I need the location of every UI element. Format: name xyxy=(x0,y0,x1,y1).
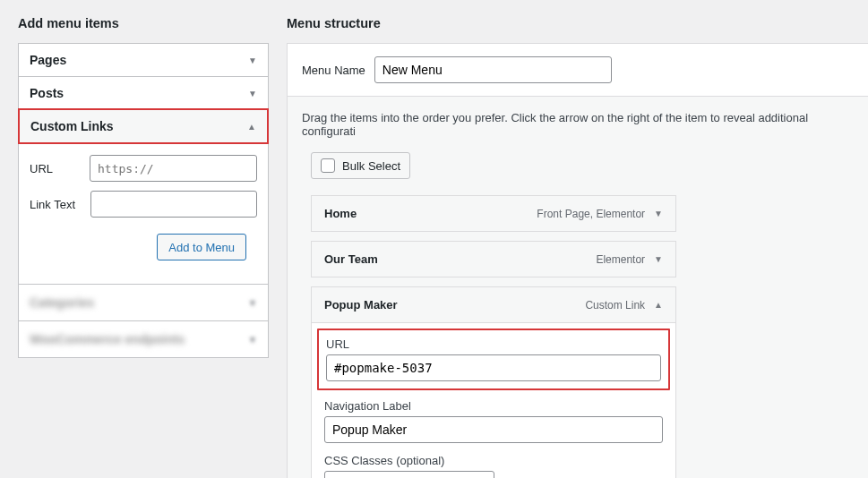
panel-blurred-2[interactable]: WooCommerce endpoints ▼ xyxy=(19,320,268,357)
add-items-heading: Add menu items xyxy=(18,16,269,30)
menu-item-bar[interactable]: Popup Maker Custom Link ▲ xyxy=(311,286,676,323)
menu-item-title: Home xyxy=(324,207,357,220)
menu-item-type: Front Page, Elementor xyxy=(537,208,645,220)
menu-name-label: Menu Name xyxy=(302,64,365,77)
panel-posts-label: Posts xyxy=(30,86,64,100)
url-input[interactable] xyxy=(90,155,257,182)
url-label: URL xyxy=(30,162,90,175)
custom-links-body: URL Link Text Add to Menu xyxy=(19,143,268,284)
panel-custom-links-label: Custom Links xyxy=(30,119,114,133)
menu-name-row: Menu Name xyxy=(288,44,868,96)
menu-structure-column: Menu structure Menu Name Drag the items … xyxy=(287,0,868,478)
menu-item-bar[interactable]: Our Team Elementor ▼ xyxy=(311,241,676,277)
menu-item-settings: URL Navigation Label CSS Classes (option… xyxy=(311,323,676,478)
menu-item-meta: Custom Link ▲ xyxy=(585,299,663,312)
css-classes-input[interactable] xyxy=(324,471,494,478)
panel-pages-label: Pages xyxy=(30,53,66,67)
menu-item-popup-maker: Popup Maker Custom Link ▲ URL xyxy=(311,286,676,478)
menu-panel: Menu Name Drag the items into the order … xyxy=(287,43,868,478)
panel-blurred-1[interactable]: Categories ▼ xyxy=(19,284,268,320)
bulk-select[interactable]: Bulk Select xyxy=(311,152,410,179)
nav-label-group: Navigation Label xyxy=(324,399,663,443)
menu-item-type: Custom Link xyxy=(585,299,645,312)
custom-links-footer: Add to Menu xyxy=(30,226,257,273)
item-url-input[interactable] xyxy=(326,354,661,381)
menu-items-list: Home Front Page, Elementor ▼ Our Team El… xyxy=(302,195,854,478)
nav-label-label: Navigation Label xyxy=(324,399,663,413)
panel-pages[interactable]: Pages ▼ xyxy=(19,44,268,76)
chevron-up-icon: ▲ xyxy=(247,122,256,132)
menu-item-bar[interactable]: Home Front Page, Elementor ▼ xyxy=(311,195,676,232)
menu-item-title: Popup Maker xyxy=(324,298,398,312)
link-text-label: Link Text xyxy=(30,198,90,211)
link-text-input[interactable] xyxy=(90,191,257,218)
menu-item-meta: Elementor ▼ xyxy=(596,253,663,266)
add-to-menu-button[interactable]: Add to Menu xyxy=(157,234,246,260)
chevron-down-icon[interactable]: ▼ xyxy=(654,209,663,218)
panel-blurred-1-label: Categories xyxy=(30,295,94,310)
chevron-down-icon[interactable]: ▼ xyxy=(654,254,663,264)
chevron-down-icon: ▼ xyxy=(248,335,257,345)
chevron-up-icon[interactable]: ▲ xyxy=(654,300,663,310)
panel-blurred-2-label: WooCommerce endpoints xyxy=(30,332,185,346)
menu-structure-heading: Menu structure xyxy=(287,16,868,30)
chevron-down-icon: ▼ xyxy=(248,55,257,65)
chevron-down-icon: ▼ xyxy=(248,89,257,98)
nav-label-input[interactable] xyxy=(324,416,663,443)
panel-posts[interactable]: Posts ▼ xyxy=(19,76,268,109)
url-highlight-box: URL xyxy=(317,329,670,390)
add-menu-items-column: Add menu items Pages ▼ Posts ▼ Custom Li… xyxy=(0,0,269,478)
menu-item-home: Home Front Page, Elementor ▼ xyxy=(311,195,676,232)
css-classes-group: CSS Classes (optional) xyxy=(324,454,663,478)
menu-body: Drag the items into the order you prefer… xyxy=(288,96,868,478)
panel-custom-links[interactable]: Custom Links ▲ xyxy=(18,108,269,144)
menu-item-meta: Front Page, Elementor ▼ xyxy=(537,208,663,220)
link-text-row: Link Text xyxy=(30,191,257,218)
bulk-select-label: Bulk Select xyxy=(342,159,400,173)
menu-item-title: Our Team xyxy=(324,252,378,266)
bulk-select-checkbox[interactable] xyxy=(321,158,335,173)
css-classes-label: CSS Classes (optional) xyxy=(324,454,663,467)
menu-item-type: Elementor xyxy=(596,253,645,266)
menu-item-our-team: Our Team Elementor ▼ xyxy=(311,241,676,277)
instruction-text: Drag the items into the order you prefer… xyxy=(302,111,854,138)
accordion: Pages ▼ Posts ▼ Custom Links ▲ URL Link … xyxy=(18,43,269,358)
item-url-label: URL xyxy=(326,337,661,351)
menu-name-input[interactable] xyxy=(374,56,612,83)
url-row: URL xyxy=(30,155,257,182)
chevron-down-icon: ▼ xyxy=(248,298,257,308)
